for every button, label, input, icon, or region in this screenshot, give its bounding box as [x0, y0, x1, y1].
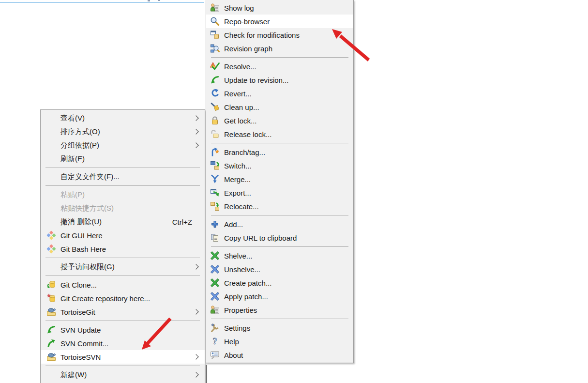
turtle-folder-icon — [46, 307, 56, 317]
menu-item-tortoisesvn[interactable]: TortoiseSVN — [41, 350, 205, 364]
menu-separator — [206, 245, 353, 249]
submenu-item-update-to-revision[interactable]: Update to revision... — [206, 73, 353, 87]
icon-slot — [46, 203, 57, 213]
submenu-item-show-log[interactable]: Show log — [206, 1, 353, 15]
chevron-right-icon — [193, 142, 198, 148]
menu-item-svn-commit[interactable]: SVN Commit... — [41, 337, 205, 350]
blue-cross-icon — [210, 291, 220, 301]
git-repository-icon — [46, 293, 56, 303]
broom-icon — [210, 102, 220, 112]
menu-item-label: 撤消 删除(U) — [60, 217, 172, 227]
chevron-right-icon — [193, 372, 198, 377]
menu-item-give-access[interactable]: 授予访问权限(G) — [41, 260, 205, 274]
menu-item-label: Git Create repository here... — [60, 294, 205, 303]
submenu-item-copy-url-to-clipboard[interactable]: Copy URL to clipboard — [206, 231, 353, 245]
submenu-item-help[interactable]: Help — [206, 335, 353, 348]
submenu-item-label: Show log — [224, 4, 353, 12]
submenu-item-create-patch[interactable]: Create patch... — [206, 276, 353, 290]
submenu-item-label: Help — [224, 337, 353, 346]
menu-item-label: SVN Update — [60, 326, 205, 334]
submenu-item-check-for-modifications[interactable]: Check for modifications — [206, 28, 353, 42]
blue-revert-arrow-icon — [210, 89, 220, 98]
submenu-item-unshelve[interactable]: Unshelve... — [206, 262, 353, 276]
submenu-item-label: Get lock... — [224, 117, 353, 125]
menu-item-git-create-repository[interactable]: Git Create repository here... — [41, 291, 205, 305]
menu-item-git-clone[interactable]: Git Clone... — [41, 278, 205, 291]
submenu-item-branch-tag[interactable]: Branch/tag... — [206, 145, 353, 159]
submenu-item-switch[interactable]: Switch... — [206, 159, 353, 172]
svn-commit-icon — [46, 338, 56, 348]
submenu-item-label: Branch/tag... — [224, 148, 353, 156]
submenu-item-merge[interactable]: Merge... — [206, 172, 353, 186]
green-cross-icon — [210, 278, 220, 288]
merge-arrows-icon — [210, 174, 220, 184]
person-list-icon — [210, 3, 220, 13]
lock-open-icon — [210, 129, 220, 139]
lock-closed-icon — [210, 116, 220, 125]
export-window-icon — [210, 188, 220, 198]
menu-separator — [206, 55, 353, 60]
git-logo-icon — [46, 244, 56, 254]
menu-item-label: SVN Commit... — [60, 339, 205, 348]
icon-slot — [46, 154, 57, 164]
submenu-item-label: Relocate... — [224, 202, 353, 211]
menu-item-svn-update[interactable]: SVN Update — [41, 323, 205, 337]
window-edge — [206, 365, 207, 383]
submenu-item-properties[interactable]: Properties — [206, 303, 353, 317]
submenu-item-get-lock[interactable]: Get lock... — [206, 114, 353, 127]
submenu-item-label: Update to revision... — [224, 76, 353, 84]
icon-slot — [46, 113, 57, 123]
menu-separator — [206, 317, 353, 321]
submenu-item-label: Properties — [224, 306, 353, 314]
clipped-text-fragment — [148, 0, 150, 1]
menu-separator — [41, 166, 205, 170]
menu-item-sort-by[interactable]: 排序方式(O) — [41, 125, 205, 138]
submenu-item-release-lock[interactable]: Release lock... — [206, 127, 353, 141]
menu-item-customize-folder[interactable]: 自定义文件夹(F)... — [41, 170, 205, 184]
menu-separator — [206, 213, 353, 217]
menu-item-undo-delete[interactable]: 撤消 删除(U) Ctrl+Z — [41, 215, 205, 229]
submenu-item-apply-patch[interactable]: Apply patch... — [206, 290, 353, 303]
menu-separator — [41, 319, 205, 323]
submenu-item-relocate[interactable]: Relocate... — [206, 199, 353, 213]
submenu-item-shelve[interactable]: Shelve... — [206, 249, 353, 262]
submenu-item-about[interactable]: About — [206, 348, 353, 362]
menu-item-tortoisegit[interactable]: TortoiseGit — [41, 305, 205, 319]
submenu-item-repo-browser[interactable]: Repo-browser — [206, 15, 353, 28]
menu-item-git-bash-here[interactable]: Git Bash Here — [41, 242, 205, 256]
git-clone-icon — [46, 280, 56, 290]
menu-item-label: TortoiseGit — [60, 308, 194, 316]
submenu-item-label: Repo-browser — [224, 17, 353, 26]
submenu-item-clean-up[interactable]: Clean up... — [206, 100, 353, 114]
submenu-item-add[interactable]: Add... — [206, 217, 353, 231]
menu-item-label: 刷新(E) — [60, 154, 205, 164]
menu-item-git-gui-here[interactable]: Git GUI Here — [41, 229, 205, 242]
copy-pages-icon — [210, 233, 220, 243]
submenu-item-label: Export... — [224, 189, 353, 197]
submenu-item-settings[interactable]: Settings — [206, 321, 353, 335]
menu-item-group-by[interactable]: 分组依据(P) — [41, 138, 205, 152]
menu-item-label: 新建(W) — [60, 370, 194, 380]
explorer-context-menu: 查看(V) 排序方式(O) 分组依据(P) 刷新(E) 自定义文件夹(F)...… — [40, 109, 205, 383]
submenu-item-label: Release lock... — [224, 130, 353, 138]
menu-item-refresh[interactable]: 刷新(E) — [41, 152, 205, 166]
submenu-item-label: Add... — [224, 220, 353, 229]
menu-item-view[interactable]: 查看(V) — [41, 111, 205, 125]
menu-item-label: 粘贴(P) — [60, 190, 205, 199]
submenu-item-label: Settings — [224, 324, 353, 332]
menu-item-label: TortoiseSVN — [60, 353, 194, 361]
menu-item-shortcut: Ctrl+Z — [172, 218, 192, 226]
submenu-item-label: Revision graph — [224, 45, 353, 53]
icon-slot — [46, 140, 57, 150]
submenu-item-resolve[interactable]: Resolve... — [206, 60, 353, 73]
menu-item-new[interactable]: 新建(W) — [41, 368, 205, 382]
submenu-item-export[interactable]: Export... — [206, 186, 353, 199]
submenu-item-label: Check for modifications — [224, 31, 353, 39]
branch-star-icon — [210, 147, 220, 157]
speech-bubble-icon — [210, 350, 220, 360]
submenu-item-revision-graph[interactable]: Revision graph — [206, 42, 353, 55]
submenu-item-label: Unshelve... — [224, 265, 353, 274]
submenu-item-revert[interactable]: Revert... — [206, 87, 353, 100]
git-logo-icon — [46, 230, 56, 240]
menu-item-paste: 粘贴(P) — [41, 188, 205, 201]
